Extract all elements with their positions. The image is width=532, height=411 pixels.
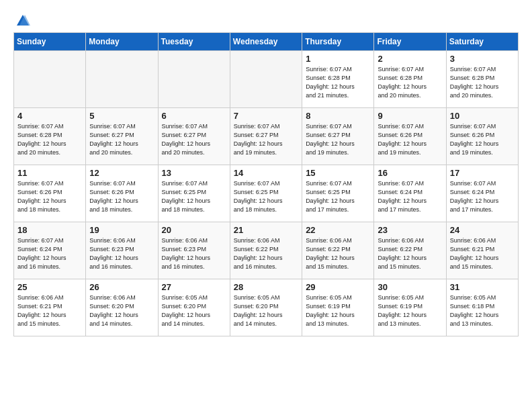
calendar-cell: 15Sunrise: 6:07 AMSunset: 6:25 PMDayligh…: [302, 165, 374, 222]
calendar-cell: 3Sunrise: 6:07 AMSunset: 6:28 PMDaylight…: [446, 51, 518, 108]
day-info: Sunrise: 6:06 AMSunset: 6:22 PMDaylight:…: [306, 236, 370, 271]
calendar-cell: 5Sunrise: 6:07 AMSunset: 6:27 PMDaylight…: [86, 108, 158, 165]
day-info: Sunrise: 6:07 AMSunset: 6:28 PMDaylight:…: [17, 122, 82, 157]
page-header: [13, 13, 519, 26]
day-number: 2: [378, 54, 442, 64]
day-info: Sunrise: 6:07 AMSunset: 6:26 PMDaylight:…: [450, 122, 515, 157]
day-info: Sunrise: 6:07 AMSunset: 6:26 PMDaylight:…: [89, 179, 154, 214]
day-number: 23: [378, 225, 442, 235]
day-info: Sunrise: 6:05 AMSunset: 6:20 PMDaylight:…: [162, 293, 226, 328]
calendar-cell: 16Sunrise: 6:07 AMSunset: 6:24 PMDayligh…: [374, 165, 446, 222]
day-number: 9: [378, 111, 442, 121]
calendar-cell: 8Sunrise: 6:07 AMSunset: 6:27 PMDaylight…: [302, 108, 374, 165]
day-number: 14: [234, 168, 298, 178]
day-number: 28: [234, 282, 298, 292]
day-info: Sunrise: 6:05 AMSunset: 6:19 PMDaylight:…: [378, 293, 442, 328]
day-number: 7: [234, 111, 298, 121]
day-number: 15: [306, 168, 370, 178]
calendar-cell: 20Sunrise: 6:06 AMSunset: 6:23 PMDayligh…: [158, 222, 230, 279]
calendar-cell: [230, 51, 302, 108]
logo: [13, 13, 31, 26]
day-number: 10: [450, 111, 515, 121]
calendar-cell: 29Sunrise: 6:05 AMSunset: 6:19 PMDayligh…: [302, 279, 374, 336]
day-info: Sunrise: 6:07 AMSunset: 6:27 PMDaylight:…: [306, 122, 370, 157]
day-info: Sunrise: 6:06 AMSunset: 6:23 PMDaylight:…: [89, 236, 154, 271]
day-info: Sunrise: 6:07 AMSunset: 6:27 PMDaylight:…: [234, 122, 298, 157]
day-info: Sunrise: 6:07 AMSunset: 6:26 PMDaylight:…: [17, 179, 82, 214]
day-number: 1: [306, 54, 370, 64]
day-number: 12: [89, 168, 154, 178]
column-header-saturday: Saturday: [446, 33, 518, 51]
day-number: 8: [306, 111, 370, 121]
calendar-cell: 4Sunrise: 6:07 AMSunset: 6:28 PMDaylight…: [14, 108, 86, 165]
column-header-monday: Monday: [86, 33, 158, 51]
day-number: 21: [234, 225, 298, 235]
calendar-cell: 9Sunrise: 6:07 AMSunset: 6:26 PMDaylight…: [374, 108, 446, 165]
day-info: Sunrise: 6:06 AMSunset: 6:21 PMDaylight:…: [17, 293, 82, 328]
day-number: 25: [17, 282, 82, 292]
day-info: Sunrise: 6:07 AMSunset: 6:24 PMDaylight:…: [450, 179, 515, 214]
column-header-sunday: Sunday: [14, 33, 86, 51]
day-number: 11: [17, 168, 82, 178]
day-number: 20: [162, 225, 226, 235]
day-info: Sunrise: 6:07 AMSunset: 6:24 PMDaylight:…: [378, 179, 442, 214]
calendar-cell: 17Sunrise: 6:07 AMSunset: 6:24 PMDayligh…: [446, 165, 518, 222]
calendar-cell: [14, 51, 86, 108]
day-info: Sunrise: 6:07 AMSunset: 6:28 PMDaylight:…: [306, 65, 370, 100]
day-number: 3: [450, 54, 515, 64]
day-number: 29: [306, 282, 370, 292]
day-number: 22: [306, 225, 370, 235]
calendar-cell: 1Sunrise: 6:07 AMSunset: 6:28 PMDaylight…: [302, 51, 374, 108]
calendar-cell: 2Sunrise: 6:07 AMSunset: 6:28 PMDaylight…: [374, 51, 446, 108]
calendar-cell: 28Sunrise: 6:05 AMSunset: 6:20 PMDayligh…: [230, 279, 302, 336]
calendar-cell: 21Sunrise: 6:06 AMSunset: 6:22 PMDayligh…: [230, 222, 302, 279]
calendar-cell: 22Sunrise: 6:06 AMSunset: 6:22 PMDayligh…: [302, 222, 374, 279]
day-info: Sunrise: 6:07 AMSunset: 6:27 PMDaylight:…: [89, 122, 154, 157]
calendar-cell: 25Sunrise: 6:06 AMSunset: 6:21 PMDayligh…: [14, 279, 86, 336]
day-number: 17: [450, 168, 515, 178]
day-info: Sunrise: 6:06 AMSunset: 6:22 PMDaylight:…: [378, 236, 442, 271]
day-number: 6: [162, 111, 226, 121]
calendar-cell: [86, 51, 158, 108]
day-info: Sunrise: 6:07 AMSunset: 6:25 PMDaylight:…: [306, 179, 370, 214]
day-info: Sunrise: 6:07 AMSunset: 6:25 PMDaylight:…: [234, 179, 298, 214]
day-number: 27: [162, 282, 226, 292]
calendar-cell: 26Sunrise: 6:06 AMSunset: 6:20 PMDayligh…: [86, 279, 158, 336]
calendar-cell: 11Sunrise: 6:07 AMSunset: 6:26 PMDayligh…: [14, 165, 86, 222]
day-info: Sunrise: 6:07 AMSunset: 6:26 PMDaylight:…: [378, 122, 442, 157]
day-info: Sunrise: 6:07 AMSunset: 6:25 PMDaylight:…: [162, 179, 226, 214]
day-info: Sunrise: 6:07 AMSunset: 6:24 PMDaylight:…: [17, 236, 82, 271]
column-header-tuesday: Tuesday: [158, 33, 230, 51]
column-header-friday: Friday: [374, 33, 446, 51]
calendar-cell: 19Sunrise: 6:06 AMSunset: 6:23 PMDayligh…: [86, 222, 158, 279]
logo-icon: [15, 13, 30, 28]
day-info: Sunrise: 6:07 AMSunset: 6:28 PMDaylight:…: [378, 65, 442, 100]
calendar-cell: 13Sunrise: 6:07 AMSunset: 6:25 PMDayligh…: [158, 165, 230, 222]
calendar-cell: 27Sunrise: 6:05 AMSunset: 6:20 PMDayligh…: [158, 279, 230, 336]
calendar-cell: 24Sunrise: 6:06 AMSunset: 6:21 PMDayligh…: [446, 222, 518, 279]
calendar-cell: 30Sunrise: 6:05 AMSunset: 6:19 PMDayligh…: [374, 279, 446, 336]
day-number: 16: [378, 168, 442, 178]
calendar-cell: 7Sunrise: 6:07 AMSunset: 6:27 PMDaylight…: [230, 108, 302, 165]
calendar-cell: 6Sunrise: 6:07 AMSunset: 6:27 PMDaylight…: [158, 108, 230, 165]
calendar-cell: 23Sunrise: 6:06 AMSunset: 6:22 PMDayligh…: [374, 222, 446, 279]
day-number: 24: [450, 225, 515, 235]
day-number: 13: [162, 168, 226, 178]
day-info: Sunrise: 6:06 AMSunset: 6:22 PMDaylight:…: [234, 236, 298, 271]
calendar-table: SundayMondayTuesdayWednesdayThursdayFrid…: [13, 32, 519, 336]
day-info: Sunrise: 6:06 AMSunset: 6:21 PMDaylight:…: [450, 236, 515, 271]
column-header-wednesday: Wednesday: [230, 33, 302, 51]
calendar-cell: 10Sunrise: 6:07 AMSunset: 6:26 PMDayligh…: [446, 108, 518, 165]
day-number: 30: [378, 282, 442, 292]
calendar-cell: 14Sunrise: 6:07 AMSunset: 6:25 PMDayligh…: [230, 165, 302, 222]
day-number: 26: [89, 282, 154, 292]
day-info: Sunrise: 6:07 AMSunset: 6:27 PMDaylight:…: [162, 122, 226, 157]
day-number: 18: [17, 225, 82, 235]
calendar-cell: [158, 51, 230, 108]
column-header-thursday: Thursday: [302, 33, 374, 51]
day-info: Sunrise: 6:05 AMSunset: 6:20 PMDaylight:…: [234, 293, 298, 328]
day-number: 31: [450, 282, 515, 292]
day-info: Sunrise: 6:05 AMSunset: 6:18 PMDaylight:…: [450, 293, 515, 328]
day-number: 19: [89, 225, 154, 235]
day-info: Sunrise: 6:07 AMSunset: 6:28 PMDaylight:…: [450, 65, 515, 100]
